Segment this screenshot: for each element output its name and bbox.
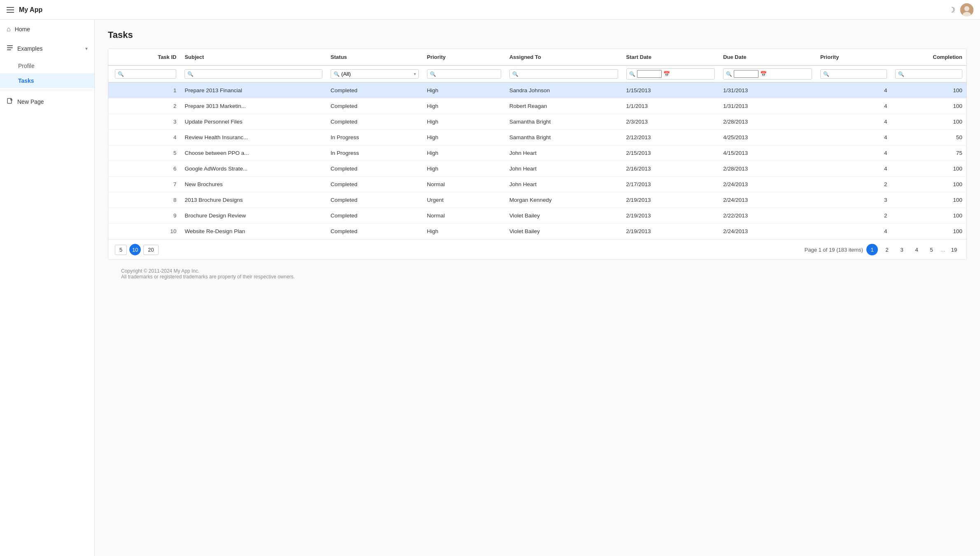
home-icon: ⌂ [7,26,11,33]
filter-completion-input[interactable] [906,71,926,77]
col-header-priority2[interactable]: Priority [816,49,891,65]
topbar-right: ☽ [949,3,973,16]
sidebar-sub-item-tasks[interactable]: Tasks [0,73,94,88]
table-cell: High [423,161,505,177]
footer-copyright: Copyright © 2011-2024 My App Inc. [121,268,954,274]
filter-priority2-input[interactable] [831,71,852,77]
page-num-2[interactable]: 2 [881,244,893,255]
table-cell: Completed [327,161,423,177]
table-cell: Normal [423,177,505,192]
table-cell: 100 [891,224,966,239]
table-row[interactable]: 9Brochure Design ReviewCompletedNormalVi… [108,208,966,224]
search-icon: 🔍 [726,71,732,77]
table-cell: High [423,82,505,98]
filter-taskid-wrap: 🔍 [115,69,176,79]
table-row[interactable]: 3Update Personnel FilesCompletedHighSama… [108,114,966,130]
table-cell: 1/1/2013 [622,98,719,114]
filter-startdate-input[interactable] [637,70,662,78]
table-cell: Google AdWords Strate... [180,161,326,177]
table-row[interactable]: 5Choose between PPO a...In ProgressHighJ… [108,145,966,161]
table-cell: Samantha Bright [505,114,622,130]
table-cell: Prepare 3013 Marketin... [180,98,326,114]
sidebar-sub-item-profile[interactable]: Profile [0,58,94,73]
table-cell: John Heart [505,161,622,177]
search-icon: 🔍 [823,71,829,77]
col-header-assigned[interactable]: Assigned To [505,49,622,65]
sidebar-item-home[interactable]: ⌂ Home [0,20,94,39]
search-icon: 🔍 [512,71,518,77]
table-row[interactable]: 82013 Brochure DesignsCompletedUrgentMor… [108,192,966,208]
col-header-priority[interactable]: Priority [423,49,505,65]
moon-icon[interactable]: ☽ [949,5,955,14]
table-row[interactable]: 6Google AdWords Strate...CompletedHighJo… [108,161,966,177]
filter-completion-cell: 🔍 [891,65,966,82]
table-row[interactable]: 1Prepare 2013 FinancialCompletedHighSand… [108,82,966,98]
table-cell: In Progress [327,130,423,145]
col-header-duedate[interactable]: Due Date [719,49,816,65]
col-header-completion[interactable]: Completion [891,49,966,65]
filter-assigned-cell: 🔍 [505,65,622,82]
page-size-options: 5 10 20 [115,244,159,255]
filter-taskid-input[interactable] [126,71,142,77]
table-row[interactable]: 2Prepare 3013 Marketin...CompletedHighRo… [108,98,966,114]
table-cell: 10 [108,224,180,239]
page-num-5[interactable]: 5 [926,244,937,255]
filter-priority2-cell: 🔍 [816,65,891,82]
search-icon: 🔍 [118,71,124,77]
page-size-10[interactable]: 10 [129,244,141,255]
table-cell: 100 [891,161,966,177]
filter-subject-input[interactable] [195,71,245,77]
main-content: Tasks Task ID Subject Status Priority As… [95,20,980,556]
table-cell: Completed [327,82,423,98]
table-cell: 2 [108,98,180,114]
table-cell: High [423,98,505,114]
layout: ⌂ Home Examples ▾ Profile Tasks [0,20,980,556]
filter-priority2-wrap: 🔍 [820,69,887,79]
table-cell: 2/17/2013 [622,177,719,192]
sidebar-item-examples[interactable]: Examples ▾ [0,39,94,58]
filter-status-select[interactable]: (All) Completed In Progress [341,71,412,77]
table-cell: 50 [891,130,966,145]
table-cell: 4 [816,82,891,98]
col-header-taskid[interactable]: Task ID [108,49,180,65]
col-header-status[interactable]: Status [327,49,423,65]
search-icon: 🔍 [430,71,436,77]
col-header-startdate[interactable]: Start Date [622,49,719,65]
sidebar-item-newpage[interactable]: New Page [0,92,94,112]
table-row[interactable]: 7New BrochuresCompletedNormalJohn Heart2… [108,177,966,192]
table-cell: Completed [327,192,423,208]
page-num-3[interactable]: 3 [896,244,908,255]
table-cell: 2/3/2013 [622,114,719,130]
col-header-subject[interactable]: Subject [180,49,326,65]
filter-duedate-wrap: 🔍 📅 [723,68,812,79]
filter-assigned-input[interactable] [520,71,561,77]
table-cell: Prepare 2013 Financial [180,82,326,98]
filter-priority-input[interactable] [438,71,462,77]
filter-duedate-input[interactable] [734,70,758,78]
page-size-5[interactable]: 5 [115,245,127,255]
table-row[interactable]: 4Review Health Insuranc...In ProgressHig… [108,130,966,145]
table-cell: Brochure Design Review [180,208,326,224]
table-cell: 9 [108,208,180,224]
table-cell: John Heart [505,145,622,161]
page-num-4[interactable]: 4 [911,244,922,255]
svg-rect-3 [7,45,13,46]
table-cell: 100 [891,114,966,130]
page-size-20[interactable]: 20 [143,245,158,255]
search-icon: 🔍 [898,71,904,77]
table-cell: 1/31/2013 [719,98,816,114]
tasks-table: Task ID Subject Status Priority Assigned… [108,49,966,239]
table-row[interactable]: 10Website Re-Design PlanCompletedHighVio… [108,224,966,239]
calendar-icon[interactable]: 📅 [663,71,670,77]
table-cell: 2/19/2013 [622,208,719,224]
avatar[interactable] [960,3,973,16]
table-cell: Violet Bailey [505,224,622,239]
hamburger-icon[interactable] [7,7,14,13]
page-num-last[interactable]: 19 [948,244,960,255]
calendar-icon[interactable]: 📅 [760,71,767,77]
search-icon: 🔍 [629,71,635,77]
table-cell: 4 [816,145,891,161]
table-cell: Samantha Bright [505,130,622,145]
page-num-1[interactable]: 1 [866,244,878,255]
search-icon: 🔍 [334,71,340,77]
